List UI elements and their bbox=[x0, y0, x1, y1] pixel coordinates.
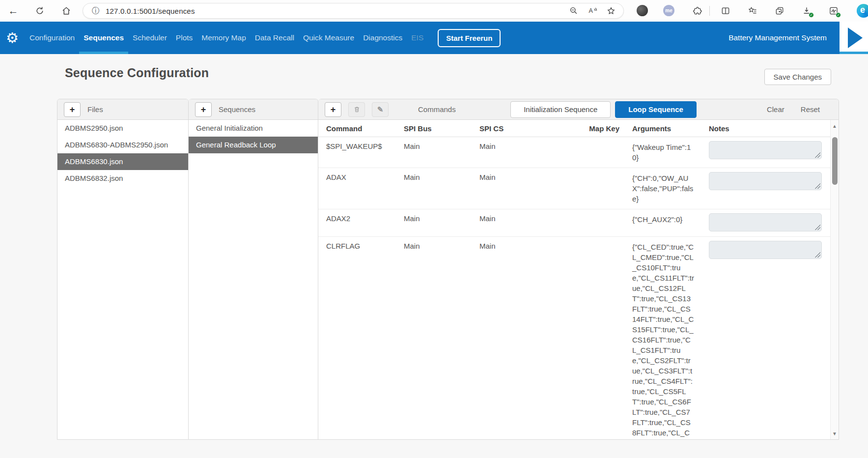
cell-spi-cs: Main bbox=[479, 237, 555, 439]
favorite-star-icon[interactable] bbox=[606, 5, 616, 16]
resize-handle-icon bbox=[815, 252, 820, 258]
table-row[interactable]: ADAX2 Main Main {"CH_AUX2":0} bbox=[318, 209, 830, 237]
add-command-button[interactable]: + bbox=[325, 102, 341, 117]
commands-table-body: $SPI_WAKEUP$ Main Main {"Wakeup Time":10… bbox=[318, 137, 830, 439]
browser-toolbar: ← ⓘ 127.0.0.1:5001/sequences A me bbox=[0, 0, 868, 22]
reset-link[interactable]: Reset bbox=[801, 105, 820, 114]
sequences-panel: + Sequences General Initialization Gener… bbox=[189, 99, 318, 440]
file-item[interactable]: ADBMS2950.json bbox=[57, 120, 188, 137]
nav-item-quick-measure[interactable]: Quick Measure bbox=[299, 22, 359, 54]
initialization-sequence-button[interactable]: Initialization Sequence bbox=[510, 101, 611, 118]
col-arguments: Arguments bbox=[632, 120, 709, 137]
sequences-panel-title: Sequences bbox=[219, 105, 255, 114]
nav-item-sequences[interactable]: Sequences bbox=[79, 22, 128, 54]
address-bar[interactable]: ⓘ 127.0.0.1:5001/sequences A bbox=[83, 3, 624, 19]
sequence-item[interactable]: General Readback Loop bbox=[189, 137, 318, 153]
start-freerun-button[interactable]: Start Freerun bbox=[438, 29, 501, 47]
table-row[interactable]: $SPI_WAKEUP$ Main Main {"Wakeup Time":10… bbox=[318, 137, 830, 168]
cell-notes bbox=[709, 209, 830, 236]
extensions-puzzle-icon[interactable] bbox=[692, 5, 702, 16]
extension-icon[interactable] bbox=[637, 5, 648, 16]
col-notes: Notes bbox=[709, 120, 830, 137]
file-item[interactable]: ADBMS6832.json bbox=[57, 170, 188, 187]
commands-toolbar: + ✎ Commands Initialization Sequence Loo… bbox=[318, 99, 839, 120]
commands-table-header: Command SPI Bus SPI CS Map Key Arguments… bbox=[318, 120, 830, 137]
cell-map-key bbox=[555, 237, 632, 439]
app-navbar: ⚙ Configuration Sequences Scheduler Plot… bbox=[0, 22, 868, 54]
resize-handle-icon bbox=[815, 225, 820, 230]
browser-essentials-icon[interactable]: ✓ bbox=[828, 5, 839, 16]
notes-textarea[interactable] bbox=[709, 141, 822, 159]
table-scrollbar[interactable]: ▲ ▼ bbox=[830, 120, 839, 439]
nav-item-diagnostics[interactable]: Diagnostics bbox=[359, 22, 407, 54]
cell-arguments: {"CL_CED":true,"CL_CMED":true,"CL_CS10FL… bbox=[632, 237, 709, 439]
notes-textarea[interactable] bbox=[709, 241, 822, 259]
table-row[interactable]: CLRFLAG Main Main {"CL_CED":true,"CL_CME… bbox=[318, 237, 830, 439]
file-item[interactable]: ADBMS6830.json bbox=[57, 153, 188, 170]
me-extension-icon[interactable]: me bbox=[663, 5, 674, 16]
add-sequence-button[interactable]: + bbox=[195, 102, 212, 117]
toolbar-divider bbox=[709, 6, 710, 16]
add-file-button[interactable]: + bbox=[64, 102, 81, 117]
cell-spi-bus: Main bbox=[404, 137, 479, 168]
cell-spi-cs: Main bbox=[479, 209, 555, 236]
nav-item-plots[interactable]: Plots bbox=[171, 22, 197, 54]
cell-map-key bbox=[555, 168, 632, 209]
resize-handle-icon bbox=[815, 152, 820, 158]
col-spi-bus: SPI Bus bbox=[404, 120, 479, 137]
adi-triangle-icon bbox=[848, 28, 863, 48]
commands-panel-title: Commands bbox=[418, 105, 456, 114]
site-info-icon[interactable]: ⓘ bbox=[92, 6, 100, 16]
files-list: ADBMS2950.json ADBMS6830-ADBMS2950.json … bbox=[57, 120, 188, 187]
read-aloud-icon[interactable]: A bbox=[587, 5, 598, 16]
file-item[interactable]: ADBMS6830-ADBMS2950.json bbox=[57, 137, 188, 153]
col-spi-cs: SPI CS bbox=[479, 120, 555, 137]
cell-spi-bus: Main bbox=[404, 168, 479, 209]
nav-item-eis[interactable]: EIS bbox=[407, 22, 428, 54]
cell-arguments: {"CH_AUX2":0} bbox=[632, 209, 709, 236]
downloads-icon[interactable]: ✓ bbox=[801, 5, 812, 16]
nav-item-data-recall[interactable]: Data Recall bbox=[251, 22, 299, 54]
notes-textarea[interactable] bbox=[709, 213, 822, 231]
collections-icon[interactable] bbox=[774, 5, 785, 16]
cell-spi-cs: Main bbox=[479, 168, 555, 209]
files-panel: + Files ADBMS2950.json ADBMS6830-ADBMS29… bbox=[57, 99, 189, 440]
nav-item-scheduler[interactable]: Scheduler bbox=[128, 22, 171, 54]
zoom-out-icon[interactable] bbox=[568, 5, 579, 16]
url-text[interactable]: 127.0.0.1:5001/sequences bbox=[106, 7, 195, 15]
settings-gear-icon[interactable]: ⚙ bbox=[6, 31, 19, 45]
nav-item-memory-map[interactable]: Memory Map bbox=[197, 22, 250, 54]
loop-sequence-button[interactable]: Loop Sequence bbox=[615, 101, 697, 118]
back-icon[interactable]: ← bbox=[8, 5, 19, 16]
svg-text:A: A bbox=[589, 7, 593, 14]
scrollbar-down-icon[interactable]: ▼ bbox=[831, 431, 839, 436]
cell-command: ADAX bbox=[326, 168, 404, 209]
edit-command-button[interactable]: ✎ bbox=[372, 102, 389, 117]
notes-textarea[interactable] bbox=[709, 172, 822, 190]
scrollbar-thumb[interactable] bbox=[832, 137, 838, 185]
delete-command-button[interactable] bbox=[348, 102, 365, 117]
adi-logo bbox=[840, 22, 868, 54]
cell-command: ADAX2 bbox=[326, 209, 404, 236]
sequences-list: General Initialization General Readback … bbox=[189, 120, 318, 153]
reload-icon[interactable] bbox=[34, 5, 45, 16]
files-panel-header: + Files bbox=[57, 99, 188, 120]
clear-link[interactable]: Clear bbox=[767, 105, 784, 114]
split-screen-icon[interactable] bbox=[720, 5, 731, 16]
cell-spi-cs: Main bbox=[479, 137, 555, 168]
save-changes-button[interactable]: Save Changes bbox=[764, 69, 831, 85]
favorites-hub-icon[interactable] bbox=[747, 5, 758, 16]
nav-tabs: Configuration Sequences Scheduler Plots … bbox=[25, 22, 428, 54]
nav-item-configuration[interactable]: Configuration bbox=[25, 22, 79, 54]
sequence-item[interactable]: General Initialization bbox=[189, 120, 318, 137]
edge-logo-icon[interactable] bbox=[857, 4, 868, 18]
cell-command: $SPI_WAKEUP$ bbox=[326, 137, 404, 168]
cell-spi-bus: Main bbox=[404, 209, 479, 236]
sequences-panel-header: + Sequences bbox=[189, 99, 318, 120]
home-icon[interactable] bbox=[61, 5, 72, 16]
table-row[interactable]: ADAX Main Main {"CH":0,"OW_AUX":false,"P… bbox=[318, 168, 830, 209]
cell-arguments: {"Wakeup Time":10} bbox=[632, 137, 709, 168]
download-check-badge: ✓ bbox=[809, 12, 814, 18]
cell-notes bbox=[709, 237, 830, 439]
scrollbar-up-icon[interactable]: ▲ bbox=[831, 123, 839, 129]
